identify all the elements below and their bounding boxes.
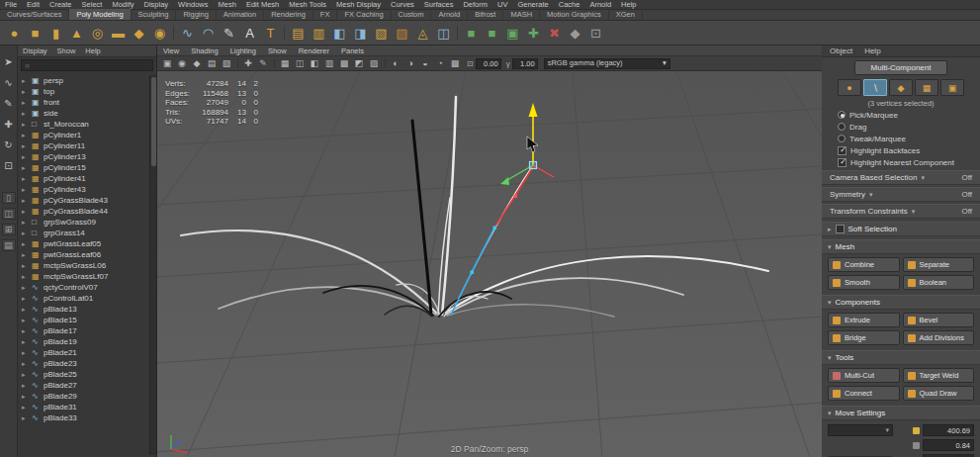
- object-mode-icon[interactable]: ▣: [940, 79, 964, 96]
- wireframe-shaded-icon[interactable]: ◐: [389, 57, 402, 70]
- expand-arrow-icon[interactable]: [22, 153, 29, 161]
- toolkit-button[interactable]: Connect: [828, 386, 900, 401]
- shelf-tab[interactable]: XGen: [609, 9, 643, 20]
- two-pane-layout-icon[interactable]: ◫: [2, 208, 16, 220]
- poly-cylinder-icon[interactable]: ▮: [45, 23, 66, 44]
- shelf-tab[interactable]: Rigging: [176, 9, 216, 20]
- soft-selection-header[interactable]: ▸ Soft Selection: [822, 222, 980, 236]
- outliner-item[interactable]: ▦ pCylinder1: [18, 130, 149, 140]
- grab-brush-icon[interactable]: ▣: [502, 23, 523, 44]
- outliner-menu-item[interactable]: Show: [52, 46, 81, 55]
- outliner-item[interactable]: ▦ pCyGrassBlade43: [18, 195, 149, 206]
- outliner-item[interactable]: ∿ pBlade27: [18, 380, 149, 391]
- expand-arrow-icon[interactable]: [22, 273, 29, 281]
- components-section-header[interactable]: ▾ Components: [822, 295, 980, 310]
- camera-attributes-icon[interactable]: ◆: [190, 57, 204, 70]
- four-pane-layout-icon[interactable]: ⊞: [2, 224, 16, 235]
- expand-arrow-icon[interactable]: [22, 360, 29, 368]
- outliner-item[interactable]: ▦ pCylinder11: [18, 140, 149, 151]
- toolkit-menu-item[interactable]: Object: [830, 46, 852, 55]
- shelf-tab[interactable]: Poly Modeling: [69, 9, 131, 20]
- uv-mode-icon[interactable]: ▦: [915, 79, 938, 96]
- expand-arrow-icon[interactable]: [22, 132, 29, 139]
- viewport-toolbar-icon[interactable]: [382, 57, 388, 70]
- outliner-item[interactable]: ∿ pControlLat01: [18, 293, 149, 304]
- scale-tool-icon[interactable]: ⊡: [1, 157, 17, 173]
- outliner-item[interactable]: ▦ pCylinder15: [18, 162, 149, 173]
- expand-arrow-icon[interactable]: [22, 229, 29, 237]
- soft-selection-checkbox[interactable]: [836, 225, 845, 233]
- outliner-item[interactable]: ∿ pBlade25: [18, 369, 149, 380]
- multi-component-button[interactable]: Multi-Component: [854, 60, 948, 75]
- radio-icon[interactable]: [838, 123, 846, 131]
- shelf-tab[interactable]: Rendering: [264, 9, 313, 20]
- expand-arrow-icon[interactable]: [22, 404, 29, 411]
- expand-arrow-icon[interactable]: [22, 284, 29, 292]
- poly-torus-icon[interactable]: ◎: [87, 23, 108, 44]
- outliner-item[interactable]: ▣ persp: [18, 75, 149, 86]
- safe-title-icon[interactable]: ▨: [367, 57, 381, 70]
- viewport-canvas[interactable]: Verts:47284142 Edges:115468130 Faces:270…: [157, 71, 822, 457]
- expand-arrow-icon[interactable]: [22, 88, 29, 96]
- shelf-icon[interactable]: [281, 23, 288, 44]
- poly-cone-icon[interactable]: ▲: [66, 23, 87, 44]
- measure-tool-icon[interactable]: ◆: [565, 23, 585, 44]
- move-tool-icon[interactable]: ✚: [1, 116, 17, 132]
- pivot-value-field[interactable]: 400.69: [923, 424, 974, 436]
- shadows-icon[interactable]: ◒: [418, 57, 432, 70]
- poly-disc-icon[interactable]: ◆: [129, 23, 149, 44]
- outliner-item[interactable]: ∿ pBlade33: [18, 412, 149, 423]
- expand-arrow-icon[interactable]: [22, 121, 29, 129]
- lock-camera-icon[interactable]: ◉: [175, 57, 189, 70]
- shelf-tab[interactable]: Motion Graphics: [540, 9, 609, 20]
- expand-arrow-icon[interactable]: [22, 99, 29, 107]
- toolkit-button[interactable]: Smooth: [828, 275, 900, 290]
- expand-arrow-icon[interactable]: [22, 262, 29, 270]
- radio-option[interactable]: Tweak/Marquee: [822, 133, 980, 144]
- poly-helix-icon[interactable]: ◉: [149, 23, 170, 44]
- outliner-scrollbar[interactable]: [149, 75, 156, 455]
- outliner-item[interactable]: ▦ pCylinder13: [18, 151, 149, 162]
- outliner-item[interactable]: □ grpSwGrass09: [18, 217, 149, 228]
- outliner-item[interactable]: ▣ top: [18, 86, 149, 97]
- expand-arrow-icon[interactable]: [22, 208, 29, 216]
- outliner-item[interactable]: □ grpGrass14: [18, 228, 149, 238]
- expand-arrow-icon[interactable]: [22, 77, 29, 85]
- screen-space-ao-icon[interactable]: ◔: [433, 57, 447, 70]
- field-chart-icon[interactable]: ▩: [337, 57, 351, 70]
- bridge-icon[interactable]: ◧: [329, 23, 350, 44]
- toolkit-button[interactable]: Combine: [828, 257, 900, 272]
- shelf-icon[interactable]: [454, 23, 461, 44]
- gamma-icon[interactable]: γ: [506, 59, 510, 68]
- type-tool-icon[interactable]: T: [260, 23, 281, 44]
- extrude-icon[interactable]: ▤: [288, 23, 309, 44]
- camera-based-selection-row[interactable]: Camera Based Selection ▾ Off: [822, 170, 980, 185]
- viewport-menu-item[interactable]: Shading: [185, 46, 224, 55]
- multi-cut-icon[interactable]: ◨: [350, 23, 371, 44]
- toolkit-button[interactable]: Bevel: [903, 313, 975, 327]
- axis-orientation-dropdown[interactable]: ▾: [828, 424, 893, 436]
- shelf-tab[interactable]: FX: [313, 9, 338, 20]
- expand-arrow-icon[interactable]: [22, 306, 29, 314]
- safe-action-icon[interactable]: ◩: [352, 57, 366, 70]
- mirror-icon[interactable]: ◬: [412, 23, 433, 44]
- expand-arrow-icon[interactable]: [22, 175, 29, 183]
- radio-icon[interactable]: [838, 111, 846, 119]
- viewport-toolbar-icon[interactable]: [271, 57, 277, 70]
- sculpt-brush-icon[interactable]: ■: [461, 23, 482, 44]
- poly-sphere-icon[interactable]: ●: [4, 23, 25, 44]
- lasso-tool-icon[interactable]: ∿: [1, 74, 17, 90]
- shelf-tab[interactable]: MASH: [503, 9, 540, 20]
- shelf-tab[interactable]: Curves/Surfaces: [0, 9, 69, 20]
- expand-arrow-icon[interactable]: [22, 219, 29, 227]
- shelf-tab[interactable]: FX Caching: [337, 9, 391, 20]
- outliner-item[interactable]: ▦ mctpSwGrassL06: [18, 260, 149, 271]
- antialiasing-icon[interactable]: ▩: [448, 57, 462, 70]
- ep-curve-tool-icon[interactable]: ∿: [177, 23, 198, 44]
- outliner-item[interactable]: ▦ pCylinder43: [18, 184, 149, 195]
- relax-brush-icon[interactable]: ■: [482, 23, 502, 44]
- outliner-item[interactable]: ∿ pBlade29: [18, 391, 149, 402]
- smooth-icon[interactable]: ▧: [371, 23, 392, 44]
- radio-option[interactable]: Pick/Marquee: [822, 109, 980, 121]
- single-pane-layout-icon[interactable]: ▯: [2, 192, 16, 204]
